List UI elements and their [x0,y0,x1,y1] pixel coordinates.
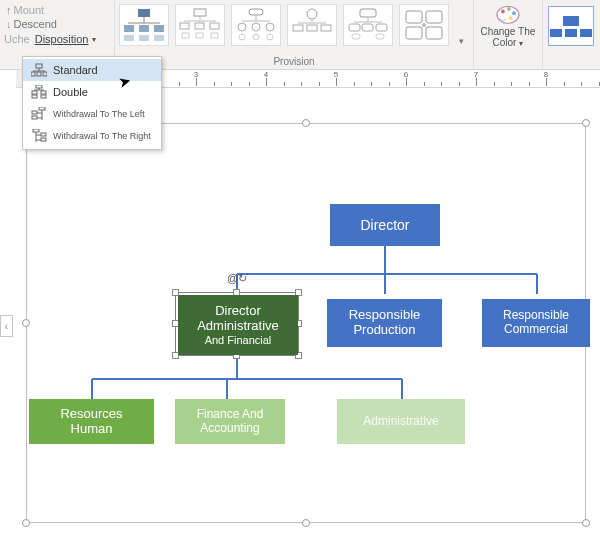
svg-point-45 [422,23,426,27]
gallery-more-button[interactable]: ▾ [455,4,469,46]
node-hr[interactable]: ResourcesHuman [29,399,154,444]
layout-gallery-item[interactable] [119,4,169,46]
svg-rect-39 [352,34,360,39]
svg-rect-41 [406,11,422,23]
uche-label: Uche [4,33,30,45]
node-fin[interactable]: Finance AndAccounting [175,399,285,444]
layout-gallery-item[interactable] [343,4,393,46]
change-color-label2: Color [492,37,516,48]
disposition-label: Disposition [35,33,89,45]
svg-rect-37 [362,24,373,31]
svg-point-27 [307,9,317,19]
svg-rect-38 [376,24,387,31]
menu-item-standard[interactable]: Standard [23,59,161,81]
svg-rect-75 [41,138,46,141]
svg-rect-16 [196,33,203,38]
menu-item-withdrawal-left[interactable]: Withdrawal To The Left [23,103,161,125]
document-canvas[interactable]: Director @↻ Director Administrative [16,88,598,544]
ribbon-section-label: Provision [115,56,473,67]
ruler-label: 4 [264,70,268,79]
svg-point-24 [239,34,245,40]
svg-rect-32 [321,25,331,31]
svg-rect-61 [41,91,46,94]
menu-item-label: Double [53,86,88,98]
svg-rect-69 [32,116,37,119]
menu-item-withdrawal-right[interactable]: Withdrawal To The Right [23,125,161,147]
ruler-label: 3 [194,70,198,79]
svg-rect-8 [154,35,164,41]
node-prod[interactable]: ResponsibleProduction [327,299,442,347]
menu-item-label: Withdrawal To The Right [53,131,151,141]
svg-rect-56 [43,72,47,76]
svg-rect-40 [376,34,384,39]
svg-rect-15 [182,33,189,38]
svg-rect-6 [124,35,134,41]
svg-rect-44 [426,27,442,39]
layout-gallery-item[interactable] [399,4,449,46]
chevron-down-icon: ▾ [459,36,464,46]
node-label-line: Responsible [349,308,421,323]
smartart-frame[interactable]: Director @↻ Director Administrative [26,123,586,523]
svg-rect-3 [124,25,134,32]
chevron-down-icon: ▾ [92,35,96,44]
disposition-dropdown[interactable]: Disposition ▾ [32,31,99,47]
svg-rect-57 [36,85,42,88]
change-color-label1: Change The [480,26,535,37]
svg-rect-13 [195,23,204,29]
node-daf[interactable]: Director Administrative And Financial [178,295,298,355]
menu-item-label: Standard [53,64,98,76]
svg-point-25 [253,34,259,40]
ribbon-layout-gallery: ▾ Provision [115,0,474,69]
svg-rect-55 [37,72,41,76]
mount-label: Mount [14,4,45,16]
change-colors-button[interactable]: Change TheColor ▾ [474,0,543,69]
svg-point-48 [507,7,511,11]
ruler-label: 5 [334,70,338,79]
node-label: Administrative [363,415,438,429]
mount-button[interactable]: ↑Mount [4,3,110,17]
descend-label: Descend [14,18,57,30]
svg-rect-0 [138,9,150,17]
node-label-line: Responsible [503,309,569,323]
node-selection[interactable]: Director Administrative And Financial [175,292,299,356]
node-label-line: Commercial [503,323,569,337]
svg-point-22 [252,23,260,31]
svg-rect-43 [406,27,422,39]
palette-icon [494,3,522,25]
svg-point-47 [501,10,505,14]
smartart-style-thumb [548,6,594,46]
svg-rect-42 [426,11,442,23]
rotate-handle[interactable]: @↻ [227,272,247,285]
svg-rect-62 [32,95,37,98]
ruler-label: 6 [404,70,408,79]
node-admin[interactable]: Administrative [337,399,465,444]
svg-rect-9 [194,9,206,16]
svg-point-23 [266,23,274,31]
svg-point-50 [509,16,513,20]
svg-rect-36 [349,24,360,31]
layout-gallery-item[interactable] [287,4,337,46]
node-label-line: Resources [60,407,122,422]
svg-rect-30 [293,25,303,31]
svg-rect-17 [211,33,218,38]
node-director[interactable]: Director [330,204,440,246]
svg-rect-18 [249,9,263,15]
node-label-line: Administrative [197,319,279,334]
node-comm[interactable]: ResponsibleCommercial [482,299,590,347]
org-chart: Director @↻ Director Administrative [27,124,585,522]
arrow-up-icon: ↑ [6,4,12,16]
layout-left-icon [31,107,47,121]
node-label-line: Human [60,422,122,437]
node-label-line: Accounting [197,422,264,436]
smartart-style-gallery[interactable] [543,0,600,69]
descend-button[interactable]: ↓Descend [4,17,110,31]
layout-gallery-item[interactable] [175,4,225,46]
layout-gallery-item[interactable] [231,4,281,46]
text-pane-toggle[interactable]: ‹ [0,315,13,337]
svg-rect-64 [39,107,45,110]
svg-rect-54 [31,72,35,76]
menu-item-double[interactable]: Double [23,81,161,103]
arrow-down-icon: ↓ [6,18,12,30]
svg-rect-63 [41,95,46,98]
layout-right-icon [31,129,47,143]
